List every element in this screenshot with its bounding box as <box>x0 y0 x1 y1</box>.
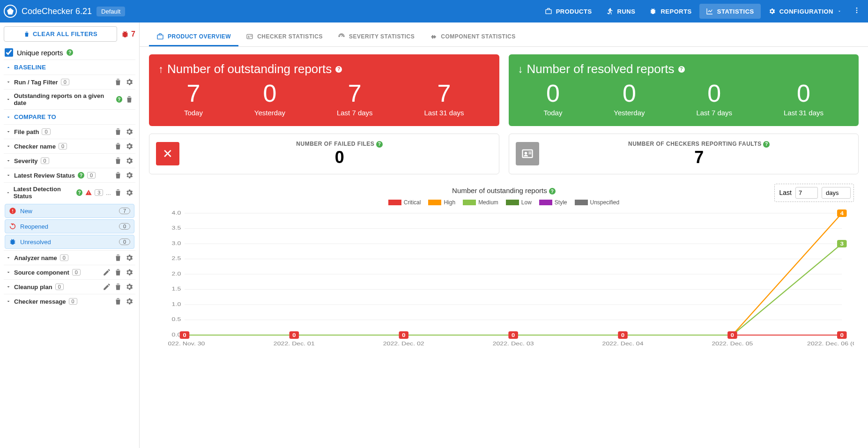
unique-reports-checkbox[interactable] <box>5 48 13 57</box>
filter-checker-name[interactable]: Checker name0 <box>4 139 135 153</box>
svg-text:3: 3 <box>840 242 844 246</box>
filter-cleanup-plan[interactable]: Cleanup plan0 <box>4 279 135 294</box>
filter-detection-status[interactable]: Latest Detection Status? 3... <box>4 182 135 202</box>
tab-product-overview[interactable]: PRODUCT OVERVIEW <box>149 28 238 46</box>
tab-checker-statistics[interactable]: CHECKER STATISTICS <box>238 28 330 46</box>
filter-checker-message[interactable]: Checker message0 <box>4 294 135 308</box>
help-icon[interactable]: ? <box>549 188 556 194</box>
app-logo-icon <box>4 5 17 18</box>
svg-text:1.0: 1.0 <box>172 302 181 307</box>
app-title: CodeChecker 6.21 <box>22 7 92 16</box>
svg-rect-0 <box>546 10 551 14</box>
nav-reports[interactable]: REPORTS <box>643 4 698 19</box>
svg-text:0: 0 <box>621 333 624 338</box>
chart-range-input[interactable] <box>795 187 818 199</box>
svg-text:2022. Nov. 30: 2022. Nov. 30 <box>168 341 205 347</box>
chevron-down-icon <box>6 79 11 85</box>
filter-sidebar: CLEAR ALL FILTERS 7 Unique reports ? BAS… <box>0 22 140 448</box>
detection-item-reopened[interactable]: Reopened 0 <box>5 219 134 233</box>
id-card-icon <box>246 33 253 40</box>
svg-text:3.5: 3.5 <box>172 225 181 231</box>
trash-icon[interactable] <box>114 78 122 86</box>
chart-range-unit-select[interactable]: days <box>822 187 851 199</box>
filter-outstanding-date[interactable]: Outstanding reports on a given date ? <box>4 89 135 109</box>
help-icon[interactable]: ? <box>376 141 383 148</box>
svg-text:0.0: 0.0 <box>172 332 181 338</box>
svg-text:0: 0 <box>512 333 515 338</box>
detection-item-new[interactable]: New 7 <box>5 204 134 218</box>
gear-icon[interactable] <box>125 283 134 291</box>
more-menu-icon[interactable] <box>849 3 864 20</box>
chevron-down-icon <box>6 172 11 178</box>
chart-icon <box>706 7 713 15</box>
checkers-faults-card: NUMBER OF CHECKERS REPORTING FAULTS ? 7 <box>509 134 859 174</box>
resolved-reports-card: ↓Number of resolved reports? 0Today 0Yes… <box>509 54 859 126</box>
nav-configuration[interactable]: CONFIGURATION <box>762 4 848 19</box>
nav-products[interactable]: PRODUCTS <box>538 4 599 19</box>
gear-icon[interactable] <box>125 127 134 136</box>
section-baseline[interactable]: BASELINE <box>4 60 135 75</box>
help-icon[interactable]: ? <box>67 49 73 56</box>
arrow-down-icon: ↓ <box>518 63 523 75</box>
bug-icon <box>121 30 129 38</box>
gear-icon[interactable] <box>125 157 134 165</box>
trash-icon[interactable] <box>114 157 122 165</box>
nav-statistics[interactable]: STATISTICS <box>699 4 761 19</box>
svg-text:2.0: 2.0 <box>172 271 181 277</box>
chevron-down-icon <box>6 143 11 149</box>
chart-range-controls: Last days <box>774 184 854 202</box>
arrow-up-icon: ↑ <box>158 63 163 75</box>
gear-icon[interactable] <box>125 254 134 262</box>
nav-runs[interactable]: RUNS <box>600 4 642 19</box>
gear-icon[interactable] <box>125 78 134 86</box>
gear-icon[interactable] <box>125 297 134 306</box>
trash-icon[interactable] <box>114 188 122 197</box>
unique-reports-toggle[interactable]: Unique reports ? <box>4 45 135 60</box>
filter-file-path[interactable]: File path0 <box>4 124 135 139</box>
content-area: PRODUCT OVERVIEW CHECKER STATISTICS SEVE… <box>140 22 868 448</box>
svg-text:2022. Dec. 01: 2022. Dec. 01 <box>274 341 315 347</box>
gear-icon[interactable] <box>125 171 134 179</box>
filter-severity[interactable]: Severity0 <box>4 153 135 168</box>
trash-icon[interactable] <box>114 127 122 136</box>
trash-icon[interactable] <box>114 283 122 291</box>
svg-text:4.0: 4.0 <box>172 210 181 216</box>
filter-run-tag[interactable]: Run / Tag Filter 0 <box>4 75 135 89</box>
trash-icon[interactable] <box>125 95 134 104</box>
trash-icon[interactable] <box>114 142 122 150</box>
filter-analyzer-name[interactable]: Analyzer name0 <box>4 250 135 265</box>
briefcase-icon <box>545 7 552 15</box>
clear-all-filters-button[interactable]: CLEAR ALL FILTERS <box>4 26 117 42</box>
help-icon[interactable]: ? <box>335 66 342 73</box>
tab-severity-statistics[interactable]: SEVERITY STATISTICS <box>330 28 422 46</box>
svg-text:2.5: 2.5 <box>172 256 181 261</box>
gear-icon[interactable] <box>125 142 134 150</box>
detection-item-unresolved[interactable]: Unresolved 0 <box>5 235 134 249</box>
pencil-icon[interactable] <box>103 268 111 276</box>
filter-source-component[interactable]: Source component0 <box>4 265 135 279</box>
tab-component-statistics[interactable]: COMPONENT STATISTICS <box>422 28 523 46</box>
gear-icon[interactable] <box>125 188 134 197</box>
run-icon <box>606 7 614 15</box>
chevron-down-icon <box>6 284 11 290</box>
gear-icon[interactable] <box>125 268 134 276</box>
svg-text:1.5: 1.5 <box>172 286 181 292</box>
product-chip[interactable]: Default <box>96 7 125 16</box>
trash-icon[interactable] <box>114 254 122 262</box>
filter-review-status[interactable]: Latest Review Status?0 <box>4 168 135 182</box>
trash-icon[interactable] <box>114 297 122 306</box>
help-icon[interactable]: ? <box>116 96 122 103</box>
failed-files-card: ✕ NUMBER OF FAILED FILES ? 0 <box>149 134 499 174</box>
help-icon[interactable]: ? <box>78 172 84 179</box>
svg-text:2022. Dec. 05: 2022. Dec. 05 <box>712 341 753 347</box>
trash-icon[interactable] <box>114 171 122 179</box>
section-compare[interactable]: COMPARE TO <box>4 109 135 124</box>
pencil-icon[interactable] <box>103 283 111 291</box>
help-icon[interactable]: ? <box>763 141 770 148</box>
help-icon[interactable]: ? <box>76 189 82 196</box>
chevron-down-icon <box>6 158 11 164</box>
svg-text:0: 0 <box>840 333 844 338</box>
gear-icon <box>768 7 776 15</box>
help-icon[interactable]: ? <box>678 66 685 73</box>
trash-icon[interactable] <box>114 268 122 276</box>
